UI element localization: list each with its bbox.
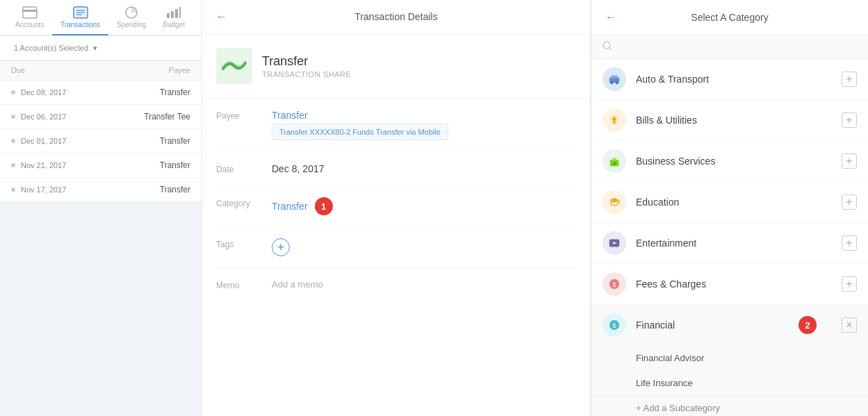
payee-row: Payee Transfer Transfer XXXXX80-2 Funds … bbox=[216, 99, 576, 152]
transaction-logo bbox=[216, 48, 252, 84]
subcategory-financial-advisor[interactable]: Financial Advisor bbox=[591, 346, 868, 371]
left-panel: Accounts Transactions Spending bbox=[0, 0, 202, 416]
payee-label: Payee bbox=[216, 110, 272, 121]
detail-header: ← Transaction Details bbox=[202, 0, 590, 34]
category-item-bills-utilities[interactable]: Bills & Utilities + bbox=[591, 100, 868, 141]
svg-rect-10 bbox=[179, 7, 181, 18]
svg-point-12 bbox=[603, 42, 610, 49]
svg-rect-7 bbox=[167, 13, 170, 18]
category-badge: 1 bbox=[315, 197, 333, 215]
subcategory-life-insurance[interactable]: Life Insurance bbox=[591, 371, 868, 396]
transaction-card: Transfer TRANSACTION SHARE bbox=[202, 34, 590, 99]
transaction-name: Transfer bbox=[262, 54, 351, 69]
row-dot bbox=[11, 90, 15, 94]
tags-label: Tags bbox=[216, 238, 272, 249]
back-button[interactable]: ← bbox=[216, 10, 227, 23]
business-services-icon bbox=[603, 149, 626, 173]
entertainment-label: Entertainment bbox=[636, 238, 842, 249]
education-expand-button[interactable]: + bbox=[842, 194, 857, 210]
svg-rect-0 bbox=[23, 7, 37, 18]
svg-rect-8 bbox=[171, 11, 174, 18]
entertainment-expand-button[interactable]: + bbox=[842, 235, 857, 251]
add-tag-button[interactable]: + bbox=[272, 238, 290, 256]
bills-utilities-icon bbox=[603, 108, 626, 132]
detail-fields: Payee Transfer Transfer XXXXX80-2 Funds … bbox=[202, 99, 590, 416]
auto-transport-icon bbox=[603, 67, 626, 91]
bills-utilities-label: Bills & Utilities bbox=[636, 115, 842, 126]
table-row[interactable]: Dec 08, 2017 Transfer bbox=[0, 81, 202, 105]
nav-accounts[interactable]: Accounts bbox=[7, 1, 52, 35]
nav-spending[interactable]: Spending bbox=[108, 1, 154, 35]
category-search-bar[interactable] bbox=[591, 35, 868, 59]
auto-transport-label: Auto & Transport bbox=[636, 74, 842, 85]
transaction-list-header: Due Payee bbox=[0, 60, 202, 81]
fees-charges-expand-button[interactable]: + bbox=[842, 276, 857, 292]
fees-charges-label: Fees & Charges bbox=[636, 278, 842, 290]
row-dot bbox=[11, 139, 15, 143]
business-services-label: Business Services bbox=[636, 156, 842, 167]
memo-placeholder[interactable]: Add a memo bbox=[272, 279, 576, 290]
category-back-button[interactable]: ← bbox=[605, 11, 616, 24]
svg-rect-22 bbox=[613, 163, 616, 165]
payee-value-col: Transfer Transfer XXXXX80-2 Funds Transf… bbox=[272, 110, 448, 140]
financial-icon: $ bbox=[603, 313, 626, 337]
transaction-detail-panel: ← Transaction Details Transfer TRANSACTI… bbox=[202, 0, 591, 416]
row-dot bbox=[11, 163, 15, 167]
category-panel: ← Select A Category Auto & Transport bbox=[591, 0, 868, 416]
svg-rect-15 bbox=[612, 76, 618, 79]
detail-title: Transaction Details bbox=[354, 11, 437, 22]
svg-text:$: $ bbox=[612, 281, 616, 288]
transaction-info: Transfer TRANSACTION SHARE bbox=[262, 54, 351, 78]
financial-label: Financial bbox=[636, 319, 799, 331]
svg-line-13 bbox=[609, 48, 612, 50]
education-label: Education bbox=[636, 197, 842, 208]
row-dot bbox=[11, 115, 15, 119]
transaction-list: Dec 08, 2017 Transfer Dec 06, 2017 Trans… bbox=[0, 81, 202, 202]
search-input[interactable] bbox=[618, 42, 857, 52]
nav-budget[interactable]: Budget bbox=[154, 1, 193, 35]
payee-note: Transfer XXXXX80-2 Funds Transfer via Mo… bbox=[272, 124, 448, 140]
svg-point-17 bbox=[616, 82, 619, 85]
bills-utilities-expand-button[interactable]: + bbox=[842, 113, 857, 128]
category-item-fees-charges[interactable]: $ Fees & Charges + bbox=[591, 264, 868, 305]
tags-row: Tags + bbox=[216, 227, 576, 268]
entertainment-icon bbox=[603, 231, 626, 255]
search-icon bbox=[603, 41, 612, 53]
category-title: Select A Category bbox=[623, 12, 854, 23]
category-header: ← Select A Category bbox=[591, 0, 868, 35]
svg-rect-1 bbox=[23, 10, 37, 12]
account-filter[interactable]: 1 Account(s) Selected ▾ bbox=[0, 36, 202, 60]
date-value: Dec 8, 2017 bbox=[272, 163, 576, 174]
svg-rect-21 bbox=[612, 158, 616, 161]
memo-row: Memo Add a memo bbox=[216, 268, 576, 301]
date-label: Date bbox=[216, 163, 272, 174]
row-dot bbox=[11, 188, 15, 192]
payee-value: Transfer bbox=[272, 110, 448, 121]
table-row[interactable]: Nov 17, 2017 Transfer bbox=[0, 178, 202, 202]
auto-transport-expand-button[interactable]: + bbox=[842, 72, 857, 87]
svg-rect-19 bbox=[613, 122, 616, 124]
category-label: Category bbox=[216, 197, 272, 208]
category-item-financial[interactable]: $ Financial 2 × bbox=[591, 305, 868, 346]
category-item-auto-transport[interactable]: Auto & Transport + bbox=[591, 59, 868, 100]
svg-rect-9 bbox=[175, 9, 178, 18]
table-row[interactable]: Dec 06, 2017 Transfer Tee bbox=[0, 105, 202, 129]
table-row[interactable]: Dec 01, 2017 Transfer bbox=[0, 129, 202, 153]
category-value-col: Transfer 1 bbox=[272, 197, 333, 215]
category-value: Transfer bbox=[272, 201, 308, 212]
category-list: Auto & Transport + Bills & Utilities + bbox=[591, 59, 868, 416]
financial-collapse-button[interactable]: × bbox=[842, 317, 857, 333]
business-services-expand-button[interactable]: + bbox=[842, 153, 857, 169]
category-item-business-services[interactable]: Business Services + bbox=[591, 141, 868, 182]
financial-badge: 2 bbox=[799, 316, 817, 334]
transaction-sublabel: TRANSACTION SHARE bbox=[262, 70, 351, 78]
category-item-entertainment[interactable]: Entertainment + bbox=[591, 223, 868, 264]
top-nav: Accounts Transactions Spending bbox=[0, 0, 202, 36]
category-item-education[interactable]: Education + bbox=[591, 182, 868, 223]
nav-transactions[interactable]: Transactions bbox=[52, 1, 108, 35]
svg-text:$: $ bbox=[612, 322, 616, 329]
category-row: Category Transfer 1 bbox=[216, 186, 576, 227]
add-subcategory-button[interactable]: + Add a Subcategory bbox=[591, 396, 868, 416]
table-row[interactable]: Nov 21, 2017 Transfer bbox=[0, 153, 202, 178]
date-row: Date Dec 8, 2017 bbox=[216, 152, 576, 186]
